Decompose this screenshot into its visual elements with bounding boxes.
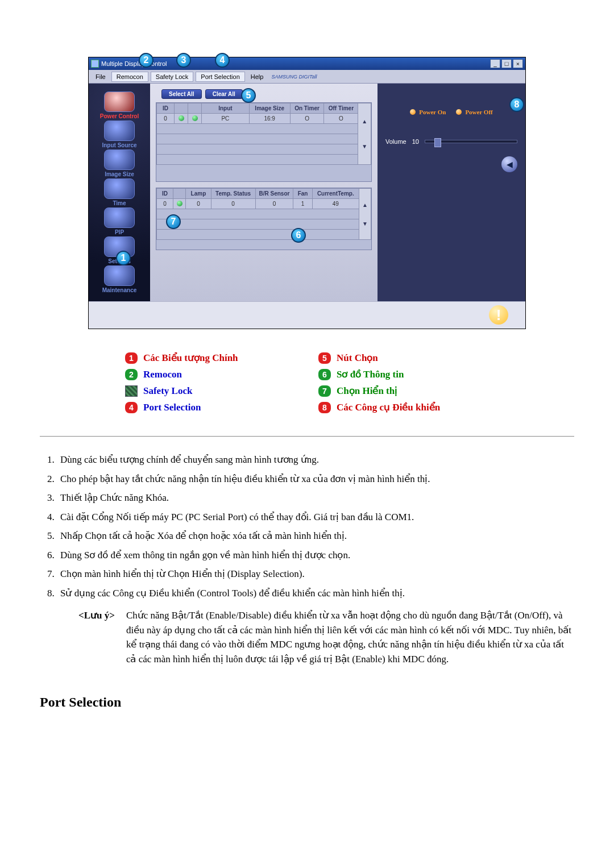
- sidebar-item-label: Maintenance: [92, 287, 147, 293]
- cell-tempstatus: 0: [211, 199, 255, 209]
- col-sel: [173, 189, 185, 199]
- cell-fan: 1: [293, 199, 312, 209]
- legend-badge-7: 7: [318, 385, 331, 397]
- callout-4: 4: [215, 53, 230, 68]
- legend-text: Safety Lock: [143, 385, 192, 397]
- mute-button[interactable]: ◀: [501, 156, 517, 172]
- sidebar-item-pip[interactable]: PIP: [92, 207, 147, 235]
- brand-label: SAMSUNG DIGITall: [271, 74, 317, 80]
- sidebar-item-input-source[interactable]: Input Source: [92, 121, 147, 148]
- col-input: Input: [202, 103, 250, 114]
- volume-slider[interactable]: [425, 140, 517, 143]
- legend-row-3: Safety Lock: [125, 385, 296, 397]
- control-tools-panel: Power On Power Off Volume 10 ◀: [377, 84, 525, 301]
- list-item: Cài đặt Cổng Nối tiếp máy PC (PC Serial …: [57, 510, 574, 525]
- menu-port-selection[interactable]: Port Selection: [196, 72, 244, 82]
- sidebar-item-power-control[interactable]: Power Control: [92, 92, 147, 119]
- legend-text: Remocon: [143, 369, 182, 380]
- maximize-button[interactable]: □: [501, 59, 512, 68]
- sidebar-item-maintenance[interactable]: Maintenance: [92, 265, 147, 293]
- titlebar: Multiple Display Control _ □ ×: [89, 57, 525, 70]
- cell-lamp: 0: [186, 199, 211, 209]
- callout-5: 5: [241, 88, 256, 103]
- col-offtimer: Off Timer: [324, 103, 358, 114]
- legend-badge-6: 6: [318, 369, 331, 380]
- grid-scrollbar[interactable]: ▲▼: [359, 189, 371, 240]
- cell-check[interactable]: [175, 114, 188, 124]
- separator: [40, 436, 574, 437]
- note-label: <Lưu ý>: [78, 608, 115, 666]
- list-item: Cho phép bật hay tắt chức năng nhận tín …: [57, 472, 574, 487]
- legend-badge-1: 1: [125, 352, 138, 364]
- power-on-button[interactable]: Power On: [410, 109, 446, 115]
- empty-row: [157, 230, 359, 240]
- legend-row-5: 5 Nút Chọn: [318, 352, 489, 364]
- legend-text: Các Biểu tượng Chính: [143, 352, 238, 364]
- sidebar-item-time[interactable]: Time: [92, 178, 147, 206]
- minimize-button[interactable]: _: [490, 59, 500, 68]
- menu-help[interactable]: Help: [247, 72, 267, 81]
- window-title: Multiple Display Control: [101, 60, 167, 67]
- mdc-window: 2 3 4 5 8 6 7 1 Multiple Display Control…: [88, 57, 526, 329]
- legend-badge-5: 5: [318, 352, 331, 364]
- empty-row: [157, 124, 358, 134]
- legend-text: Port Selection: [143, 402, 201, 413]
- info-grid: ID Input Image Size On Timer Off Timer ▲…: [156, 102, 372, 182]
- status-footer: !: [89, 301, 525, 329]
- power-off-button[interactable]: Power Off: [456, 109, 492, 115]
- col-id: ID: [157, 103, 175, 114]
- section-heading-port-selection: Port Selection: [40, 695, 574, 710]
- sidebar-item-label: PIP: [92, 229, 147, 235]
- legend-text: Sơ đồ Thông tin: [337, 368, 404, 380]
- power-dot-icon: [410, 109, 416, 115]
- empty-row: [157, 209, 359, 219]
- grid-scrollbar[interactable]: ▲▼: [358, 103, 371, 165]
- select-all-button[interactable]: Select All: [161, 89, 202, 99]
- close-button[interactable]: ×: [513, 59, 523, 68]
- legend-badge-4: 4: [125, 402, 138, 413]
- col-imagesize: Image Size: [249, 103, 290, 114]
- menu-safety-lock[interactable]: Safety Lock: [151, 72, 193, 82]
- sidebar-item-label: Power Control: [92, 113, 147, 119]
- list-item: Dùng các biểu tượng chính để chuyển sang…: [57, 452, 574, 467]
- volume-value: 10: [412, 138, 419, 145]
- col-fan: Fan: [293, 189, 312, 199]
- body-list: Dùng các biểu tượng chính để chuyển sang…: [57, 452, 574, 600]
- center-panel: Select All Clear All le ID Input Image S…: [150, 84, 377, 301]
- clear-all-button[interactable]: Clear All: [205, 89, 243, 99]
- callout-7: 7: [166, 214, 181, 229]
- col-blank1: [175, 103, 188, 114]
- table-row[interactable]: 0 PC 16:9 O O: [157, 114, 371, 124]
- sidebar-item-label: Image Size: [92, 171, 147, 177]
- menu-file[interactable]: File: [92, 72, 109, 81]
- list-item: Dùng Sơ đồ để xem thông tin ngắn gọn về …: [57, 548, 574, 563]
- cell-id: 0: [157, 114, 175, 124]
- power-on-label: Power On: [419, 109, 446, 115]
- legend-badge-2: 2: [125, 369, 138, 380]
- cell-imagesize: 16:9: [249, 114, 290, 124]
- pip-icon: [104, 207, 135, 228]
- cell-input: PC: [202, 114, 250, 124]
- cell-br: 0: [255, 199, 293, 209]
- empty-row: [157, 155, 358, 165]
- table-row[interactable]: 0 0 0 0 1 49: [157, 199, 371, 209]
- input-source-icon: [104, 121, 135, 141]
- list-item: Nhấp Chọn tất cả hoặc Xóa để chọn hoặc x…: [57, 529, 574, 543]
- power-icon: [104, 92, 135, 112]
- cell-sel[interactable]: [173, 199, 185, 209]
- menu-remocon[interactable]: Remocon: [111, 72, 148, 82]
- legend-badge-8: 8: [318, 402, 331, 413]
- legend-text: Chọn Hiển thị: [337, 385, 397, 397]
- col-lamp: Lamp: [186, 189, 211, 199]
- maintenance-icon: [104, 265, 135, 286]
- callout-6: 6: [291, 228, 306, 243]
- callout-3: 3: [176, 53, 191, 68]
- cell-status: [188, 114, 202, 124]
- menubar: File Remocon Safety Lock Port Selection …: [89, 70, 525, 84]
- callout-8: 8: [509, 97, 524, 112]
- speaker-icon: ◀: [507, 160, 513, 169]
- sidebar-item-image-size[interactable]: Image Size: [92, 149, 147, 177]
- note-block: <Lưu ý> Chức năng Bật/Tắt (Enable/Disabl…: [78, 608, 574, 666]
- alert-icon: !: [489, 305, 508, 325]
- note-text: Chức năng Bật/Tắt (Enable/Disable) điều …: [126, 608, 574, 666]
